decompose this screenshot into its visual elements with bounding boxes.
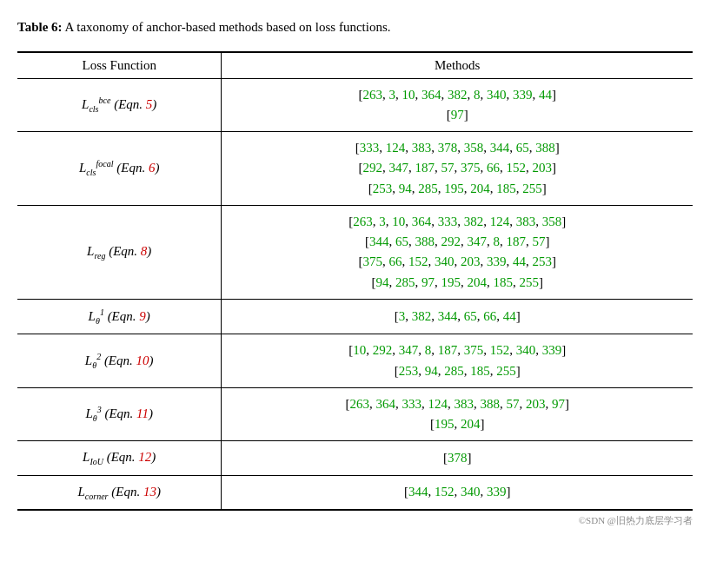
methods-cell: [10, 292, 347, 8, 187, 375, 152, 340, 33…: [222, 334, 693, 388]
loss-cell: LIoU (Eqn. 12): [17, 441, 222, 476]
watermark: ©SDN @旧热力底层学习者: [17, 514, 693, 527]
methods-cell: [378]: [222, 441, 693, 476]
loss-cell: Lcorner (Eqn. 13): [17, 475, 222, 510]
caption-text: A taxonomy of anchor-based methods based…: [64, 20, 390, 34]
methods-cell: [263, 364, 333, 124, 383, 388, 57, 203, …: [222, 387, 693, 441]
col-header-loss: Loss Function: [17, 52, 222, 79]
loss-cell: Lθ2 (Eqn. 10): [17, 334, 222, 388]
loss-cell: Lθ3 (Eqn. 11): [17, 387, 222, 441]
table-row: Lclsfocal (Eqn. 6)[333, 124, 383, 378, 3…: [17, 132, 693, 206]
methods-cell: [333, 124, 383, 378, 358, 344, 65, 388][…: [222, 132, 693, 206]
methods-cell: [344, 152, 340, 339]: [222, 475, 693, 510]
table-row: Lθ1 (Eqn. 9)[3, 382, 344, 65, 66, 44]: [17, 299, 693, 334]
loss-cell: Lclsfocal (Eqn. 6): [17, 132, 222, 206]
loss-cell: Lclsbce (Eqn. 5): [17, 78, 222, 132]
loss-cell: Lθ1 (Eqn. 9): [17, 299, 222, 334]
table-row: Lθ3 (Eqn. 11)[263, 364, 333, 124, 383, 3…: [17, 387, 693, 441]
caption: Table 6: A taxonomy of anchor-based meth…: [17, 17, 693, 37]
methods-cell: [263, 3, 10, 364, 333, 382, 124, 383, 35…: [222, 205, 693, 299]
col-header-methods: Methods: [222, 52, 693, 79]
taxonomy-table: Loss Function Methods Lclsbce (Eqn. 5)[2…: [17, 51, 693, 512]
table-row: Lθ2 (Eqn. 10)[10, 292, 347, 8, 187, 375,…: [17, 334, 693, 388]
methods-cell: [3, 382, 344, 65, 66, 44]: [222, 299, 693, 334]
methods-cell: [263, 3, 10, 364, 382, 8, 340, 339, 44][…: [222, 78, 693, 132]
table-row: LIoU (Eqn. 12)[378]: [17, 441, 693, 476]
table-row: Lclsbce (Eqn. 5)[263, 3, 10, 364, 382, 8…: [17, 78, 693, 132]
caption-label: Table 6:: [17, 20, 63, 34]
table-header-row: Loss Function Methods: [17, 52, 693, 79]
loss-cell: Lreg (Eqn. 8): [17, 205, 222, 299]
table-row: Lcorner (Eqn. 13)[344, 152, 340, 339]: [17, 475, 693, 510]
table-row: Lreg (Eqn. 8)[263, 3, 10, 364, 333, 382,…: [17, 205, 693, 299]
